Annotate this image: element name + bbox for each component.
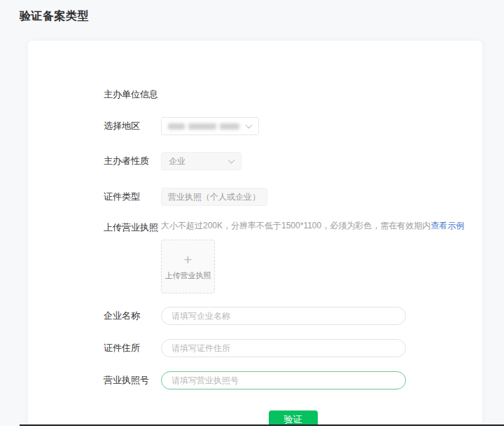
form-card: 主办单位信息 选择地区 主办者性质 企业 证件类型 营业执照（个人或企业） 上传… [28, 41, 482, 428]
upload-box-label: 上传营业执照 [165, 270, 211, 281]
row-company-name: 企业名称 [104, 307, 482, 325]
region-select[interactable] [161, 117, 259, 135]
bottom-edge-line [20, 424, 504, 426]
row-region: 选择地区 [104, 117, 482, 135]
company-name-input[interactable] [161, 307, 406, 325]
region-redacted-value [168, 123, 239, 130]
cert-type-label: 证件类型 [104, 191, 161, 203]
row-cert-type: 证件类型 营业执照（个人或企业） [104, 188, 482, 206]
region-label: 选择地区 [104, 120, 161, 132]
company-name-label: 企业名称 [104, 310, 161, 322]
upload-hint-text: 大小不超过200K，分辨率不低于1500*1100，必须为彩色，需在有效期内 [161, 221, 430, 230]
page-title: 验证备案类型 [20, 9, 89, 24]
upload-license-dropzone[interactable]: + 上传营业执照 [161, 240, 215, 294]
cert-type-value: 营业执照（个人或企业） [161, 188, 267, 206]
view-example-link[interactable]: 查看示例 [430, 221, 464, 230]
upload-hint: 大小不超过200K，分辨率不低于1500*1100，必须为彩色，需在有效期内查看… [161, 220, 464, 232]
nature-label: 主办者性质 [104, 155, 161, 167]
chevron-down-icon [228, 157, 235, 164]
nature-value: 企业 [169, 156, 186, 167]
plus-icon: + [183, 252, 192, 267]
license-no-label: 营业执照号 [104, 374, 161, 387]
row-nature: 主办者性质 企业 [104, 152, 482, 170]
cert-address-label: 证件住所 [104, 342, 161, 354]
nature-select: 企业 [161, 152, 241, 170]
license-no-input[interactable] [161, 371, 406, 389]
chevron-down-icon [246, 122, 253, 129]
screen: 验证备案类型 主办单位信息 选择地区 主办者性质 企业 证件类型 营业执照（个人… [0, 0, 504, 428]
row-license-no: 营业执照号 [104, 371, 482, 389]
row-upload-license: 上传营业执照 大小不超过200K，分辨率不低于1500*1100，必须为彩色，需… [104, 220, 482, 294]
row-cert-address: 证件住所 [104, 339, 482, 357]
upload-column: 大小不超过200K，分辨率不低于1500*1100，必须为彩色，需在有效期内查看… [161, 220, 464, 294]
section-title: 主办单位信息 [104, 88, 482, 101]
upload-label: 上传营业执照 [104, 220, 161, 234]
cert-address-input[interactable] [161, 339, 406, 357]
